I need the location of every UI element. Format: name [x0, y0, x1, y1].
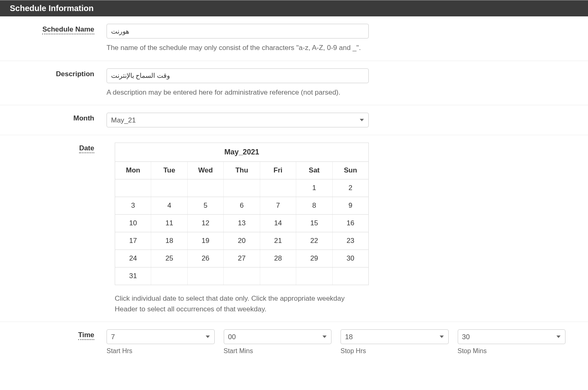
stop-hrs-select[interactable]: 18: [341, 329, 449, 344]
help-date: Click individual date to select that dat…: [115, 293, 361, 314]
calendar-day-28[interactable]: 28: [260, 250, 296, 267]
calendar-day-6[interactable]: 6: [224, 197, 260, 214]
calendar-day-7[interactable]: 7: [260, 197, 296, 214]
calendar-day-empty: [224, 268, 260, 285]
calendar-day-empty: [260, 179, 296, 197]
calendar-day-empty: [333, 268, 368, 285]
row-date: Date May_2021 MonTueWedThuFriSatSun 1234…: [0, 135, 588, 322]
calendar-day-3[interactable]: 3: [115, 197, 151, 214]
label-month: Month: [73, 114, 94, 122]
calendar-day-empty: [151, 179, 187, 197]
weekday-header-tue[interactable]: Tue: [151, 162, 187, 179]
calendar-day-25[interactable]: 25: [151, 250, 187, 267]
time-group-stop-mins: 30 Stop Mins: [458, 329, 566, 355]
calendar-day-30[interactable]: 30: [333, 250, 368, 267]
calendar-day-19[interactable]: 19: [188, 232, 224, 249]
calendar-week-row: 12: [115, 179, 368, 197]
calendar-day-27[interactable]: 27: [224, 250, 260, 267]
calendar-day-13[interactable]: 13: [224, 215, 260, 232]
calendar-day-20[interactable]: 20: [224, 232, 260, 249]
weekday-header-sun[interactable]: Sun: [333, 162, 368, 179]
calendar-day-31[interactable]: 31: [115, 268, 151, 285]
label-time: Time: [78, 331, 94, 340]
calendar-day-22[interactable]: 22: [296, 232, 332, 249]
weekday-header-wed[interactable]: Wed: [188, 162, 224, 179]
label-start-hrs: Start Hrs: [107, 347, 215, 355]
row-schedule-name: Schedule Name The name of the schedule m…: [0, 16, 588, 61]
weekday-header-sat[interactable]: Sat: [296, 162, 332, 179]
calendar-day-11[interactable]: 11: [151, 215, 187, 232]
row-time: Time 7 Start Hrs 00: [0, 322, 588, 362]
calendar-day-4[interactable]: 4: [151, 197, 187, 214]
calendar-day-26[interactable]: 26: [188, 250, 224, 267]
calendar-day-18[interactable]: 18: [151, 232, 187, 249]
time-group-start-mins: 00 Start Mins: [224, 329, 332, 355]
calendar-day-empty: [115, 179, 151, 197]
calendar-day-23[interactable]: 23: [333, 232, 368, 249]
calendar-week-row: 3456789: [115, 197, 368, 215]
calendar-title: May_2021: [115, 143, 368, 162]
calendar-day-empty: [260, 268, 296, 285]
start-hrs-select[interactable]: 7: [107, 329, 215, 344]
calendar-weekday-header: MonTueWedThuFriSatSun: [115, 162, 368, 179]
calendar-day-8[interactable]: 8: [296, 197, 332, 214]
month-select[interactable]: May_21: [107, 113, 369, 127]
label-start-mins: Start Mins: [224, 347, 332, 355]
calendar-day-5[interactable]: 5: [188, 197, 224, 214]
calendar-week-row: 31: [115, 268, 368, 285]
calendar-day-16[interactable]: 16: [333, 215, 368, 232]
label-stop-mins: Stop Mins: [458, 347, 566, 355]
calendar-day-17[interactable]: 17: [115, 232, 151, 249]
calendar-week-row: 10111213141516: [115, 215, 368, 232]
help-schedule-name: The name of the schedule may only consis…: [107, 43, 565, 53]
calendar-day-1[interactable]: 1: [296, 179, 332, 197]
calendar: May_2021 MonTueWedThuFriSatSun 123456789…: [115, 143, 369, 285]
calendar-week-row: 17181920212223: [115, 232, 368, 250]
schedule-name-input[interactable]: [107, 24, 369, 39]
calendar-week-row: 24252627282930: [115, 250, 368, 268]
weekday-header-fri[interactable]: Fri: [260, 162, 296, 179]
calendar-day-12[interactable]: 12: [188, 215, 224, 232]
weekday-header-mon[interactable]: Mon: [115, 162, 151, 179]
calendar-day-empty: [151, 268, 187, 285]
start-mins-select[interactable]: 00: [224, 329, 332, 344]
calendar-day-empty: [188, 179, 224, 197]
panel-title: Schedule Information: [0, 0, 588, 16]
time-group-stop-hrs: 18 Stop Hrs: [341, 329, 449, 355]
time-group-start-hrs: 7 Start Hrs: [107, 329, 215, 355]
calendar-day-2[interactable]: 2: [333, 179, 368, 197]
row-description: Description A description may be entered…: [0, 61, 588, 106]
description-input[interactable]: [107, 68, 369, 83]
calendar-day-14[interactable]: 14: [260, 215, 296, 232]
row-month: Month May_21: [0, 105, 588, 135]
calendar-day-21[interactable]: 21: [260, 232, 296, 249]
calendar-day-24[interactable]: 24: [115, 250, 151, 267]
calendar-day-9[interactable]: 9: [333, 197, 368, 214]
stop-mins-select[interactable]: 30: [458, 329, 566, 344]
calendar-day-empty: [296, 268, 332, 285]
label-description: Description: [56, 70, 94, 78]
calendar-day-empty: [188, 268, 224, 285]
calendar-day-29[interactable]: 29: [296, 250, 332, 267]
weekday-header-thu[interactable]: Thu: [224, 162, 260, 179]
calendar-day-empty: [224, 179, 260, 197]
label-schedule-name: Schedule Name: [42, 25, 94, 34]
label-stop-hrs: Stop Hrs: [341, 347, 449, 355]
label-date: Date: [79, 144, 94, 153]
help-description: A description may be entered here for ad…: [107, 87, 565, 98]
calendar-day-10[interactable]: 10: [115, 215, 151, 232]
calendar-day-15[interactable]: 15: [296, 215, 332, 232]
